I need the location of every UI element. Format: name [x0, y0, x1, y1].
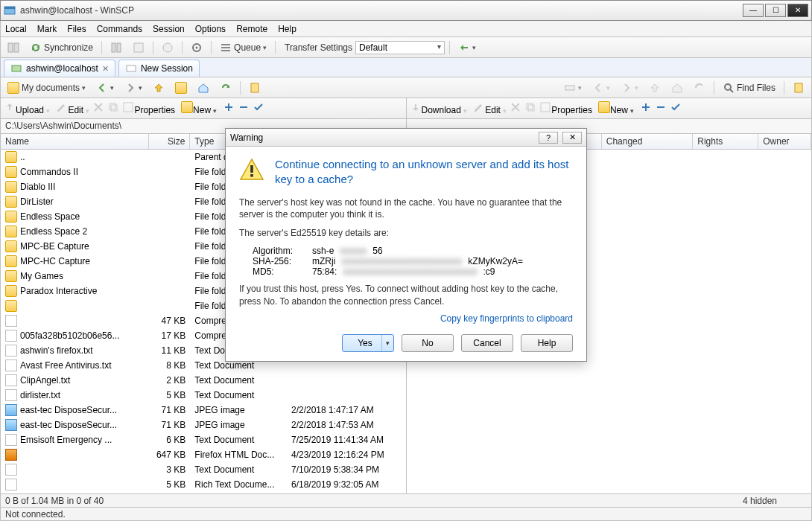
disconnect-icon: [458, 42, 470, 54]
transfer-settings-dropdown[interactable]: Default: [355, 41, 445, 54]
file-size: 3 KB: [149, 464, 190, 476]
close-tab-icon[interactable]: ✕: [102, 64, 109, 74]
menu-remote[interactable]: Remote: [236, 24, 267, 34]
right-nav-back[interactable]: ▾: [589, 80, 614, 96]
settings-button[interactable]: [187, 39, 206, 56]
right-delete-button[interactable]: [510, 101, 521, 115]
right-new-button[interactable]: New ▾: [598, 101, 634, 115]
col-owner[interactable]: Owner: [758, 134, 811, 149]
right-minus[interactable]: [655, 101, 667, 115]
dialog-p1: The server's host key was not found in t…: [239, 196, 573, 222]
right-drive-selector[interactable]: ▾: [560, 80, 586, 96]
right-nav-up[interactable]: [645, 80, 664, 96]
tab-new-session[interactable]: New Session: [118, 60, 200, 77]
copy-fingerprints-link[interactable]: Copy key fingerprints to clipboard: [239, 313, 573, 324]
left-bookmark[interactable]: [245, 80, 264, 96]
menu-files[interactable]: Files: [67, 24, 86, 34]
forward-icon: [124, 82, 136, 94]
left-nav-back[interactable]: ▾: [92, 80, 118, 96]
left-delete-button[interactable]: [92, 101, 104, 115]
left-plus[interactable]: [223, 101, 235, 115]
table-row[interactable]: 5 KBRich Text Docume...6/18/2019 9:32:05…: [1, 477, 406, 492]
menu-help[interactable]: Help: [278, 24, 296, 34]
left-nav-home[interactable]: [194, 80, 213, 96]
queue-button[interactable]: Queue ▾: [216, 39, 270, 56]
upload-button[interactable]: Upload ▾: [4, 101, 50, 115]
table-row[interactable]: 3 KBText Document7/10/2019 5:38:34 PM: [1, 462, 406, 477]
table-row[interactable]: east-tec DisposeSecur...71 KBJPEG image2…: [1, 418, 406, 432]
find-files-button[interactable]: Find Files: [719, 80, 779, 96]
left-copy-button[interactable]: [107, 101, 119, 115]
right-check[interactable]: [670, 101, 682, 115]
table-row[interactable]: east-tec DisposeSecur...71 KBJPEG image2…: [1, 403, 406, 418]
dialog-cancel-button[interactable]: Cancel: [461, 334, 513, 352]
col-size[interactable]: Size: [149, 134, 190, 149]
right-refresh[interactable]: [690, 80, 709, 96]
dialog-close-button[interactable]: ✕: [562, 132, 582, 144]
right-nav-fwd[interactable]: ▾: [617, 80, 642, 96]
status-file: 0 B of 1.04 MB in 0 of 40 4 hidden: [0, 494, 812, 508]
table-row[interactable]: ClipAngel.txt2 KBText Document: [1, 373, 406, 388]
right-edit-button[interactable]: Edit ▾: [473, 101, 507, 115]
minimize-button[interactable]: —: [743, 4, 764, 17]
img-icon: [5, 419, 17, 431]
dialog-yes-button[interactable]: Yes: [342, 334, 394, 352]
svg-rect-2: [8, 43, 13, 52]
left-nav-fwd[interactable]: ▾: [121, 80, 146, 96]
refresh-icon: [694, 82, 705, 94]
compare-button[interactable]: [107, 39, 126, 56]
left-check[interactable]: [253, 101, 264, 115]
tb-btn-b[interactable]: [158, 39, 177, 56]
menu-local[interactable]: Local: [5, 24, 27, 34]
session-icon: [10, 63, 22, 74]
download-button[interactable]: Download ▾: [410, 101, 468, 115]
menu-commands[interactable]: Commands: [97, 24, 142, 34]
close-button[interactable]: ✕: [787, 4, 808, 17]
synchronize-button[interactable]: Synchronize: [26, 39, 97, 56]
svg-rect-10: [221, 44, 230, 45]
svg-rect-6: [134, 43, 143, 52]
dialog-titlebar[interactable]: Warning ? ✕: [226, 129, 586, 147]
right-props-button[interactable]: Properties: [539, 101, 592, 115]
file-changed: [287, 365, 406, 366]
svg-rect-27: [250, 174, 253, 177]
file-size: [149, 231, 190, 232]
left-nav-up[interactable]: [149, 80, 168, 96]
left-new-button[interactable]: New ▾: [181, 101, 217, 115]
table-row[interactable]: dirlister.txt5 KBText Document: [1, 388, 406, 403]
sync-browse-button[interactable]: [4, 39, 23, 56]
tab-active-session[interactable]: ashwin@localhost ✕: [4, 60, 115, 77]
svg-point-17: [725, 84, 731, 90]
left-props-button[interactable]: Properties: [122, 101, 175, 115]
table-row[interactable]: Emsisoft Emergency ...6 KBText Document7…: [1, 432, 406, 447]
right-plus[interactable]: [640, 101, 652, 115]
left-nav-root[interactable]: [171, 80, 191, 96]
dialog-help-button2[interactable]: Help: [521, 334, 573, 352]
right-copy-button[interactable]: [524, 101, 536, 115]
file-name: ..: [20, 152, 25, 162]
right-nav-home[interactable]: [667, 80, 687, 96]
col-rights[interactable]: Rights: [693, 134, 758, 149]
menu-options[interactable]: Options: [195, 24, 226, 34]
folder-icon: [5, 285, 17, 297]
left-edit-button[interactable]: Edit ▾: [56, 101, 89, 115]
right-bookmark[interactable]: [789, 80, 808, 96]
dialog-no-button[interactable]: No: [402, 334, 454, 352]
menu-session[interactable]: Session: [153, 24, 185, 34]
tb-btn-c[interactable]: ▾: [454, 39, 480, 56]
tb-btn-a[interactable]: [129, 39, 148, 56]
file-icon: [5, 359, 17, 371]
folder-icon: [5, 240, 17, 252]
dialog-help-button[interactable]: ?: [539, 132, 558, 144]
transfer-settings-label: Transfer Settings: [285, 42, 352, 53]
left-minus[interactable]: [238, 101, 250, 115]
table-row[interactable]: 647 KBFirefox HTML Doc...4/23/2019 12:16…: [1, 447, 406, 462]
svg-rect-12: [221, 50, 230, 51]
col-name[interactable]: Name: [1, 134, 149, 149]
left-refresh[interactable]: [216, 80, 235, 96]
folder-icon: [5, 211, 17, 223]
menu-mark[interactable]: Mark: [37, 24, 57, 34]
left-drive-selector[interactable]: My documents ▾: [4, 80, 89, 96]
maximize-button[interactable]: ☐: [765, 4, 786, 17]
col-changed[interactable]: Changed: [602, 134, 694, 149]
